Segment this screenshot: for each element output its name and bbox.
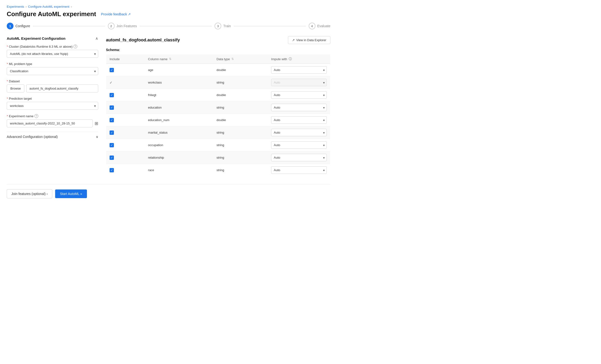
advanced-chevron-icon: ∨ [96, 135, 98, 139]
impute-select[interactable]: Auto [271, 116, 327, 124]
step-1-configure[interactable]: 1 Configure [7, 23, 30, 29]
page-title: Configure AutoML experiment [7, 10, 96, 18]
cluster-select[interactable]: AutoML (do not attach libraries, use %pi… [7, 50, 98, 58]
data-type-sort-icon[interactable]: ⇅ [231, 57, 234, 61]
data-type-cell: string [213, 76, 268, 89]
column-name-cell: workclass [145, 76, 213, 89]
cluster-select-wrapper: AutoML (do not attach libraries, use %pi… [7, 50, 98, 58]
join-features-button[interactable]: Join features (optional) › [7, 189, 52, 198]
impute-select[interactable]: Auto [271, 104, 327, 111]
breadcrumb-experiments[interactable]: Experiments [7, 5, 24, 9]
dataset-input[interactable] [26, 85, 98, 92]
schema-table: Include Column name ⇅ Data type ⇅ [106, 54, 330, 177]
start-automl-button[interactable]: Start AutoML » [55, 189, 87, 198]
column-name-cell: fnlwgt [145, 89, 213, 101]
external-link-icon: ↗ [292, 38, 295, 42]
step-connector-1 [33, 26, 105, 26]
browse-button[interactable]: Browse [7, 85, 24, 92]
data-type-cell: string [213, 164, 268, 177]
table-row: ✓marital_statusstringAuto [106, 126, 330, 139]
include-cell: ✓ [106, 101, 145, 114]
breadcrumb: Experiments › Configure AutoML experimen… [7, 5, 330, 9]
right-panel: automl_fs_dogfood.automl_classify ↗ View… [106, 36, 330, 177]
impute-select[interactable]: Auto [271, 154, 327, 161]
advanced-label: Advanced Configuration (optional) [7, 135, 58, 139]
checkbox-checked[interactable]: ✓ [110, 118, 114, 122]
data-type-cell: string [213, 139, 268, 151]
impute-select: Auto [271, 79, 327, 86]
column-name-cell: marital_status [145, 126, 213, 139]
impute-select[interactable]: Auto [271, 91, 327, 99]
impute-select[interactable]: Auto [271, 141, 327, 149]
prediction-target-field: * Prediction target workclass [7, 97, 98, 110]
col-include: Include [106, 54, 145, 64]
checkbox-checked[interactable]: ✓ [110, 143, 114, 147]
prediction-target-wrapper: workclass [7, 102, 98, 110]
checkbox-checked[interactable]: ✓ [110, 68, 114, 72]
page-header: Configure AutoML experiment Provide feed… [7, 10, 330, 18]
experiment-name-input[interactable] [7, 119, 93, 127]
column-name-sort-icon[interactable]: ⇅ [169, 57, 171, 61]
checkbox-checked[interactable]: ✓ [110, 130, 114, 135]
breadcrumb-configure[interactable]: Configure AutoML experiment [28, 5, 70, 9]
main-layout: AutoML Experiment Configuration ∧ * Clus… [7, 36, 330, 177]
step-connector-3 [234, 26, 306, 26]
experiment-name-label: * Experiment name ? [7, 114, 98, 118]
cluster-field: * Cluster (Databricks Runtime 8.3 ML or … [7, 45, 98, 58]
include-cell: ✓ [106, 64, 145, 76]
dataset-field: * Dataset Browse [7, 79, 98, 92]
data-type-cell: double [213, 89, 268, 101]
step-4-circle: 4 [309, 23, 315, 29]
checkbox-check[interactable]: ✓ [110, 81, 112, 85]
table-row: ✓fnlwgtdoubleAuto [106, 89, 330, 101]
impute-cell: Auto [268, 164, 330, 177]
cluster-help-icon[interactable]: ? [73, 45, 77, 48]
step-2-label: Join Features [117, 24, 137, 28]
experiment-help-icon[interactable]: ? [34, 114, 38, 118]
table-row: ✓relationshipstringAuto [106, 151, 330, 164]
problem-type-select-wrapper: Classification [7, 67, 98, 75]
table-row: ✓workclassstringAuto [106, 76, 330, 89]
col-column-name: Column name ⇅ [145, 54, 213, 64]
col-data-type: Data type ⇅ [213, 54, 268, 64]
impute-cell: Auto [268, 64, 330, 76]
impute-select[interactable]: Auto [271, 166, 327, 174]
step-3-circle: 3 [215, 23, 221, 29]
step-1-circle: 1 [7, 23, 13, 29]
checkbox-checked[interactable]: ✓ [110, 93, 114, 97]
data-type-cell: string [213, 126, 268, 139]
edit-icon[interactable]: ⊞ [95, 121, 98, 126]
table-row: ✓agedoubleAuto [106, 64, 330, 76]
collapse-icon[interactable]: ∧ [95, 36, 98, 41]
impute-info-icon[interactable]: ⓘ [289, 57, 292, 61]
impute-cell: Auto [268, 101, 330, 114]
column-name-cell: race [145, 164, 213, 177]
footer-buttons: Join features (optional) › Start AutoML … [7, 184, 330, 198]
checkbox-checked[interactable]: ✓ [110, 168, 114, 172]
prediction-target-select[interactable]: workclass [7, 102, 98, 110]
data-type-cell: string [213, 101, 268, 114]
impute-select[interactable]: Auto [271, 66, 327, 74]
advanced-config-section[interactable]: Advanced Configuration (optional) ∨ [7, 132, 98, 142]
dataset-label: * Dataset [7, 79, 98, 83]
impute-select[interactable]: Auto [271, 129, 327, 136]
step-2-join[interactable]: 2 Join Features [108, 23, 137, 29]
problem-type-field: * ML problem type Classification [7, 62, 98, 75]
table-row: ✓educationstringAuto [106, 101, 330, 114]
section-title: AutoML Experiment Configuration [7, 36, 66, 40]
step-2-circle: 2 [108, 23, 115, 29]
checkbox-checked[interactable]: ✓ [110, 105, 114, 110]
view-in-data-explorer-button[interactable]: ↗ View in Data Explorer [288, 36, 330, 44]
prediction-target-label: * Prediction target [7, 97, 98, 100]
step-4-evaluate[interactable]: 4 Evaluate [309, 23, 330, 29]
checkbox-checked[interactable]: ✓ [110, 156, 114, 160]
step-3-train[interactable]: 3 Train [215, 23, 231, 29]
step-1-label: Configure [15, 24, 30, 28]
problem-type-select[interactable]: Classification [7, 67, 98, 75]
data-type-cell: double [213, 114, 268, 126]
column-name-cell: education [145, 101, 213, 114]
column-name-cell: age [145, 64, 213, 76]
feedback-link[interactable]: Provide feedback ↗ [101, 12, 131, 16]
steps-nav: 1 Configure 2 Join Features 3 Train 4 Ev… [7, 23, 330, 29]
table-row: ✓occupationstringAuto [106, 139, 330, 151]
